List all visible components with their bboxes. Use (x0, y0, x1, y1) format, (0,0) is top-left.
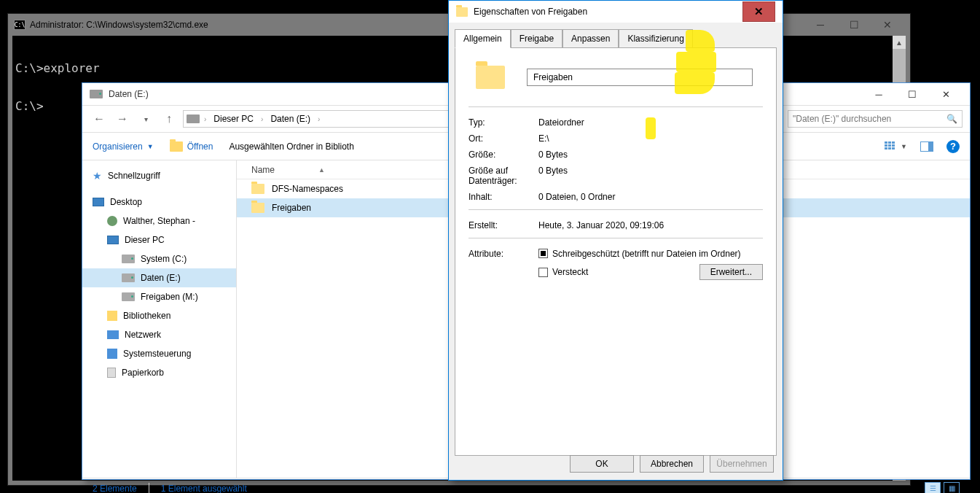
search-placeholder: "Daten (E:)" durchsuchen (793, 114, 891, 124)
tree-this-pc[interactable]: Dieser PC (82, 230, 236, 249)
divider (469, 209, 763, 210)
tree-user[interactable]: Walther, Stephan - (82, 211, 236, 230)
large-icons-view-button[interactable]: ▦ (944, 482, 960, 494)
chevron-right-icon[interactable]: › (204, 115, 206, 123)
tree-label: Freigaben (M:) (141, 292, 198, 302)
tree-network[interactable]: Netzwerk (82, 325, 236, 344)
label-type: Typ: (469, 117, 538, 128)
readonly-checkbox[interactable] (538, 249, 548, 258)
open-label: Öffnen (187, 141, 213, 152)
organize-menu[interactable]: Organisieren ▼ (93, 141, 154, 152)
divider (469, 238, 763, 238)
include-in-library-button[interactable]: Ausgewählten Ordner in Biblioth (229, 141, 353, 152)
tree-libraries[interactable]: Bibliotheken (82, 306, 236, 325)
item-name: Freigaben (272, 203, 311, 213)
explorer-minimize-button[interactable]: ─ (862, 84, 895, 104)
properties-close-button[interactable]: ✕ (742, 1, 775, 22)
ok-button[interactable]: OK (570, 455, 634, 473)
label-contents: Inhalt: (469, 192, 538, 202)
tree-label: Bibliotheken (123, 311, 170, 321)
chevron-right-icon[interactable]: › (261, 115, 263, 123)
status-count: 2 Elemente (93, 484, 137, 494)
search-icon[interactable]: 🔍 (946, 114, 957, 124)
network-icon (107, 330, 119, 339)
tree-label: Systemsteuerung (123, 349, 191, 359)
explorer-title-text: Daten (E:) (109, 89, 149, 99)
tree-label: Desktop (110, 197, 142, 207)
details-view-button[interactable]: ☰ (925, 482, 941, 494)
drive-icon (122, 255, 135, 263)
value-location: E:\ (538, 133, 549, 144)
tab-classification[interactable]: Klassifizierung (619, 29, 692, 48)
cmd-icon: C:\ (14, 20, 26, 30)
label-location: Ort: (469, 133, 538, 144)
tree-label: Daten (E:) (141, 273, 181, 283)
trash-icon (107, 368, 116, 378)
hidden-label: Versteckt (552, 267, 588, 277)
properties-tabs: Allgemein Freigabe Anpassen Klassifizier… (449, 23, 783, 47)
include-label: Ausgewählten Ordner in Biblioth (229, 141, 353, 152)
back-button[interactable]: ← (90, 109, 109, 128)
label-size: Größe: (469, 150, 538, 160)
tab-customize[interactable]: Anpassen (562, 29, 619, 48)
chevron-down-icon: ▼ (901, 143, 907, 150)
drive-icon (90, 90, 103, 98)
tree-label: Schnellzugriff (108, 171, 160, 181)
tree-drive-e[interactable]: Daten (E:) (82, 268, 236, 287)
label-attributes: Attribute: (469, 249, 538, 259)
explorer-maximize-button[interactable]: ☐ (895, 84, 929, 104)
tree-recycle-bin[interactable]: Papierkorb (82, 363, 236, 382)
tree-label: Papierkorb (122, 368, 164, 378)
nav-tree[interactable]: ★Schnellzugriff Desktop Walther, Stephan… (82, 160, 237, 478)
forward-button[interactable]: → (113, 109, 132, 128)
apply-button[interactable]: Übernehmen (710, 455, 774, 473)
properties-page: Typ:Dateiordner Ort:E:\ Größe:0 Bytes Gr… (455, 47, 777, 456)
control-panel-icon (107, 349, 117, 359)
tab-share[interactable]: Freigabe (511, 29, 562, 48)
cancel-button[interactable]: Abbrechen (640, 455, 704, 473)
tree-control-panel[interactable]: Systemsteuerung (82, 344, 236, 363)
item-name: DFS-Namespaces (272, 184, 343, 194)
help-icon[interactable]: ? (946, 140, 960, 153)
history-dropdown[interactable]: ▾ (136, 109, 155, 128)
preview-pane-button[interactable] (920, 141, 933, 152)
cmd-close-button[interactable]: ✕ (871, 15, 904, 35)
cmd-title-text: Administrator: C:\Windows\system32\cmd.e… (30, 20, 208, 30)
search-input[interactable]: "Daten (E:)" durchsuchen 🔍 (788, 110, 963, 128)
folder-icon (251, 203, 264, 213)
view-menu[interactable]: ▼ (885, 141, 907, 152)
desktop-icon (93, 198, 104, 206)
properties-titlebar[interactable]: Eigenschaften von Freigaben ✕ (449, 1, 783, 23)
label-size-on-disk: Größe auf Datenträger: (469, 166, 538, 186)
chevron-right-icon[interactable]: › (318, 115, 320, 123)
tree-label: Dieser PC (125, 235, 165, 245)
drive-icon (187, 114, 200, 123)
breadcrumb-drive[interactable]: Daten (E:) (267, 114, 313, 124)
folder-name-input[interactable] (527, 69, 753, 86)
hidden-checkbox[interactable] (538, 268, 548, 277)
up-button[interactable]: ↑ (160, 109, 179, 128)
scroll-up-icon[interactable]: ▲ (893, 36, 906, 49)
value-size: 0 Bytes (538, 150, 568, 160)
value-created: Heute, 3. Januar 2020, 09:19:06 (538, 220, 664, 230)
cmd-minimize-button[interactable]: ─ (804, 15, 837, 35)
value-size-on-disk: 0 Bytes (538, 166, 568, 176)
explorer-close-button[interactable]: ✕ (929, 84, 963, 104)
tree-desktop[interactable]: Desktop (82, 193, 236, 211)
breadcrumb-pc[interactable]: Dieser PC (211, 114, 256, 124)
folder-icon (251, 184, 264, 194)
column-label: Name (251, 165, 275, 175)
tree-quick-access[interactable]: ★Schnellzugriff (82, 166, 236, 185)
cmd-maximize-button[interactable]: ☐ (837, 15, 871, 35)
view-icon (885, 141, 898, 152)
tree-drive-m[interactable]: Freigaben (M:) (82, 287, 236, 306)
tree-drive-c[interactable]: System (C:) (82, 249, 236, 268)
tree-label: System (C:) (141, 254, 187, 264)
tree-label: Netzwerk (125, 330, 161, 340)
open-button[interactable]: Öffnen (170, 141, 213, 152)
value-contents: 0 Dateien, 0 Ordner (538, 192, 615, 202)
tab-general[interactable]: Allgemein (455, 29, 511, 48)
divider (469, 106, 763, 107)
readonly-label: Schreibgeschützt (betrifft nur Dateien i… (552, 249, 741, 259)
advanced-button[interactable]: Erweitert... (699, 264, 763, 280)
